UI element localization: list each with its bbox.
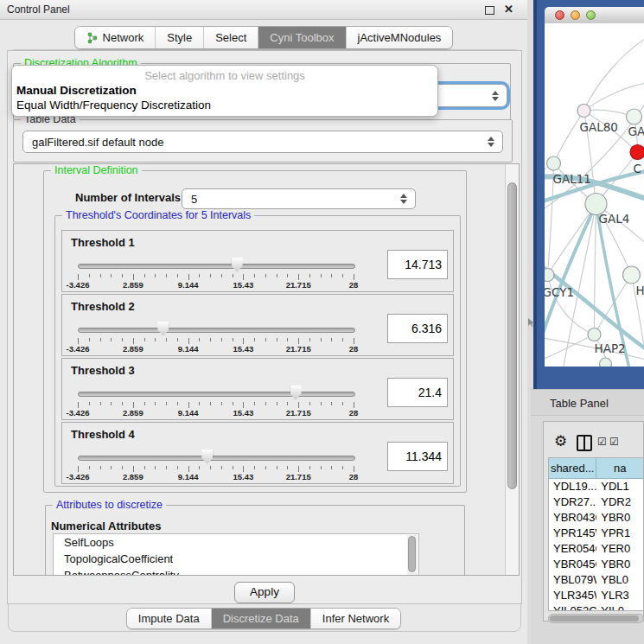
table-cell[interactable]: YER054C xyxy=(549,541,596,557)
list-item-selfloops[interactable]: SelfLoops xyxy=(54,534,418,551)
table-cell[interactable]: YBR043C xyxy=(549,510,596,526)
checkbox-icon[interactable]: ☑ xyxy=(609,436,619,448)
tab-label: Select xyxy=(215,31,246,44)
threshold-slider-track[interactable] xyxy=(78,328,355,333)
threshold-value-field[interactable]: 21.4 xyxy=(387,378,448,407)
interval-definition-group: Interval Definition Number of Intervals … xyxy=(43,170,467,493)
threshold-slider-track[interactable] xyxy=(78,392,355,397)
zoom-traffic-light-icon[interactable] xyxy=(586,10,596,20)
table-cell[interactable]: YDL19... xyxy=(549,479,596,494)
threshold-2-row: Threshold 2 -3.4262.8599.14415.4321.7152… xyxy=(61,294,454,356)
network-node-ga[interactable] xyxy=(627,109,642,124)
dropdown-option-equal-width-frequency[interactable]: Equal Width/Frequency Discretization xyxy=(16,99,211,112)
threshold-value-field[interactable]: 6.316 xyxy=(387,314,448,343)
checkbox-icon[interactable]: ☑ xyxy=(597,436,607,448)
node-label: HAP2 xyxy=(595,341,626,355)
tick-label: 15.43 xyxy=(233,280,254,290)
table-row: YBR045CYBR0 xyxy=(549,557,643,572)
tick-label: -3.426 xyxy=(67,280,90,290)
table-cell[interactable]: YIL0 xyxy=(596,603,643,611)
threshold-slider-thumb[interactable] xyxy=(290,386,302,400)
list-scrollbar[interactable] xyxy=(407,535,418,576)
tab-jactivemnodules[interactable]: jActiveMNodules xyxy=(346,27,453,48)
network-node[interactable] xyxy=(600,358,612,367)
cyni-main-panel: Discretization Algorithm Select algorith… xyxy=(7,50,522,604)
network-node-gal11[interactable] xyxy=(547,156,561,170)
column-layout-icon[interactable] xyxy=(577,435,592,451)
network-node-gcy1[interactable] xyxy=(545,269,554,282)
table-panel-titlebar: Table Panel xyxy=(531,389,644,416)
tick-label: 2.859 xyxy=(123,472,143,481)
network-node-h[interactable] xyxy=(623,266,641,284)
bottom-tabstrip: Impute Data Discretize Data Infer Networ… xyxy=(0,608,527,629)
tab-impute-data[interactable]: Impute Data xyxy=(127,609,211,628)
threshold-label: Threshold 1 xyxy=(71,236,135,249)
threshold-4-row: Threshold 4 -3.4262.8599.14415.4321.7152… xyxy=(61,422,454,484)
threshold-slider-thumb[interactable] xyxy=(157,322,169,336)
list-item-topologicalcoefficient[interactable]: TopologicalCoefficient xyxy=(54,551,418,567)
number-of-intervals-combobox[interactable]: 5 xyxy=(182,188,416,209)
dropdown-option-manual-discretization[interactable]: Manual Discretization xyxy=(16,84,137,97)
float-window-icon[interactable] xyxy=(485,6,494,15)
network-node-c[interactable] xyxy=(630,145,644,160)
network-graph: GAL80GACGAL11GAL4GCY1HHAP2 xyxy=(545,23,644,367)
tab-label: Infer Network xyxy=(322,612,389,625)
table-cell[interactable]: YPR145W xyxy=(549,526,596,541)
group-title: Interval Definition xyxy=(51,164,142,176)
threshold-slider-track[interactable] xyxy=(78,456,355,461)
table-cell[interactable]: YLR345W xyxy=(549,588,596,603)
table-cell[interactable]: YDR2 xyxy=(596,494,643,510)
threshold-slider-thumb[interactable] xyxy=(201,450,213,464)
table-cell[interactable]: YDR27... xyxy=(549,494,596,510)
network-node-gal80[interactable] xyxy=(577,105,590,118)
tab-discretize-data[interactable]: Discretize Data xyxy=(211,609,310,628)
combo-value: 5 xyxy=(191,193,197,206)
combo-stepper-icon xyxy=(488,137,494,147)
table-data-combobox[interactable]: galFiltered.sif default node xyxy=(22,131,503,153)
list-item-betweennesscentrality[interactable]: BetweennessCentrality xyxy=(54,567,418,576)
table-row: YBL079WYBL0 xyxy=(549,572,643,588)
panel-title: Control Panel xyxy=(7,3,70,16)
network-icon xyxy=(86,32,99,44)
tab-network[interactable]: Network xyxy=(75,27,156,48)
scrollbar-thumb[interactable] xyxy=(550,615,639,622)
node-label: GAL4 xyxy=(599,212,630,226)
network-canvas[interactable]: GAL80GACGAL11GAL4GCY1HHAP2 xyxy=(545,23,644,367)
threshold-slider-thumb[interactable] xyxy=(232,258,243,272)
network-window-titlebar[interactable] xyxy=(545,7,644,24)
table-horizontal-scrollbar[interactable] xyxy=(548,614,644,623)
threshold-slider-track[interactable] xyxy=(78,264,355,269)
settings-vertical-scrollbar[interactable] xyxy=(505,164,519,575)
close-icon[interactable]: ✕ xyxy=(504,3,513,16)
tab-cyni-toolbox[interactable]: Cyni Toolbox xyxy=(258,27,345,48)
threshold-value-field[interactable]: 11.344 xyxy=(387,442,448,471)
table-panel-content: ⚙ ☑ ☑ shared... na YDL19...YDL1YDR27...Y… xyxy=(543,421,644,622)
table-cell[interactable]: YBR045C xyxy=(549,557,596,572)
table-header-row: shared... na xyxy=(549,458,643,479)
table-cell[interactable]: YBR0 xyxy=(596,510,643,526)
table-cell[interactable]: YLR3 xyxy=(596,588,643,603)
network-node-hap2[interactable] xyxy=(588,328,601,341)
column-header-name[interactable]: na xyxy=(596,458,643,479)
table-cell[interactable]: YDL1 xyxy=(596,479,643,494)
tab-style[interactable]: Style xyxy=(155,27,203,48)
table-row: YDR27...YDR2 xyxy=(549,494,643,510)
table-cell[interactable]: YBL0 xyxy=(596,572,643,588)
gear-icon[interactable]: ⚙ xyxy=(554,432,567,450)
table-cell[interactable]: YPR1 xyxy=(596,526,643,541)
table-cell[interactable]: YBR0 xyxy=(596,557,643,572)
minimize-traffic-light-icon[interactable] xyxy=(571,10,580,20)
apply-button[interactable]: Apply xyxy=(234,582,295,603)
close-traffic-light-icon[interactable] xyxy=(555,10,564,20)
slider-ticks xyxy=(78,466,354,472)
table-cell[interactable]: YIL052C xyxy=(549,603,596,611)
table-row: YPR145WYPR1 xyxy=(549,526,643,541)
tab-infer-network[interactable]: Infer Network xyxy=(310,609,400,628)
tab-select[interactable]: Select xyxy=(203,27,258,48)
threshold-value-field[interactable]: 14.713 xyxy=(387,250,448,279)
table-row: YBR043CYBR0 xyxy=(549,510,643,526)
table-cell[interactable]: YBL079W xyxy=(549,572,596,588)
table-cell[interactable]: YER0 xyxy=(596,541,643,557)
column-header-shared[interactable]: shared... xyxy=(549,458,596,479)
scrollbar-thumb[interactable] xyxy=(507,182,517,489)
